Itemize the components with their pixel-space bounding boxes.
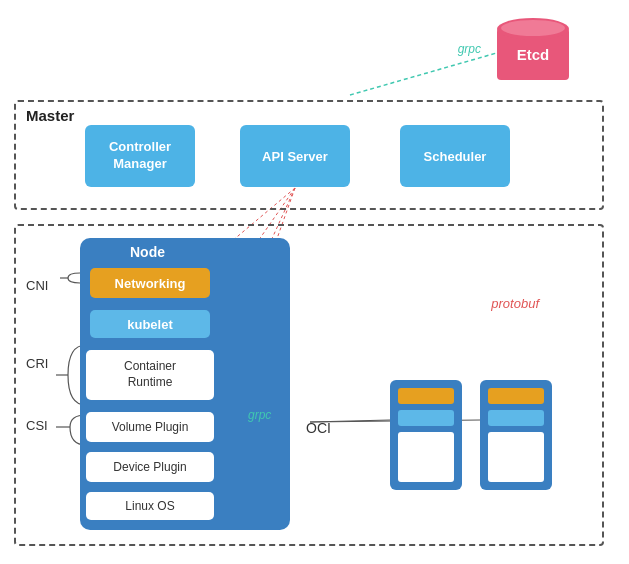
csi-label: CSI xyxy=(26,418,48,433)
node-title: Node xyxy=(130,244,165,260)
grpc-node-label: grpc xyxy=(248,408,271,422)
api-server-label: API Server xyxy=(262,149,328,164)
linux-os-box: Linux OS xyxy=(86,492,214,520)
cylinder-top xyxy=(497,18,569,40)
etcd-label: Etcd xyxy=(497,46,569,63)
networking-label: Networking xyxy=(115,276,186,291)
container-mid-bar-2 xyxy=(488,410,544,426)
container-runtime-box: ContainerRuntime xyxy=(86,350,214,400)
container-bottom-bar-1 xyxy=(398,432,454,482)
oci-label: OCI xyxy=(306,420,331,436)
volume-plugin-box: Volume Plugin xyxy=(86,412,214,442)
container-visual-2 xyxy=(480,380,552,490)
container-bottom-bar-2 xyxy=(488,432,544,482)
linux-os-label: Linux OS xyxy=(125,499,174,513)
networking-box: Networking xyxy=(90,268,210,298)
container-top-bar-1 xyxy=(398,388,454,404)
api-server-box: API Server xyxy=(240,125,350,187)
etcd-cylinder: Etcd xyxy=(497,18,569,86)
container-top-bar-2 xyxy=(488,388,544,404)
cni-label: CNI xyxy=(26,278,48,293)
master-label: Master xyxy=(26,107,74,124)
controller-manager-label: ControllerManager xyxy=(109,139,171,173)
container-runtime-label: ContainerRuntime xyxy=(124,359,176,390)
grpc-top-label: grpc xyxy=(458,42,481,56)
volume-plugin-label: Volume Plugin xyxy=(112,420,189,434)
kubelet-box: kubelet xyxy=(90,310,210,338)
diagram-container: Etcd grpc Master ControllerManager API S… xyxy=(0,0,629,564)
cylinder-top-shine xyxy=(501,20,565,36)
device-plugin-box: Device Plugin xyxy=(86,452,214,482)
container-mid-bar-1 xyxy=(398,410,454,426)
svg-line-0 xyxy=(350,52,500,95)
scheduler-box: Scheduler xyxy=(400,125,510,187)
protobuf-label: protobuf xyxy=(491,296,539,311)
cri-label: CRI xyxy=(26,356,48,371)
scheduler-label: Scheduler xyxy=(424,149,487,164)
device-plugin-label: Device Plugin xyxy=(113,460,186,474)
container-visual-1 xyxy=(390,380,462,490)
kubelet-label: kubelet xyxy=(127,317,173,332)
controller-manager-box: ControllerManager xyxy=(85,125,195,187)
